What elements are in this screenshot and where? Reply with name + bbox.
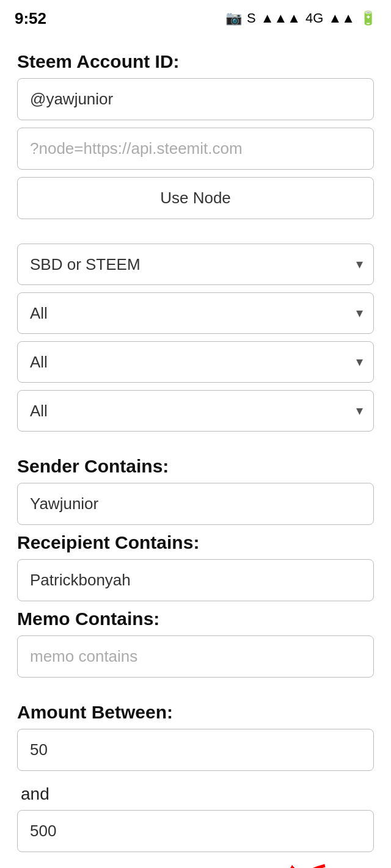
- arrow-svg: [227, 859, 337, 868]
- account-input[interactable]: [17, 78, 374, 120]
- memo-input[interactable]: [17, 635, 374, 678]
- filter3: All ▾: [17, 390, 374, 432]
- filter2: All ▾: [17, 341, 374, 383]
- use-node-button[interactable]: Use Node: [17, 177, 374, 219]
- currency-select[interactable]: SBD or STEEM SBD STEEM: [17, 244, 374, 285]
- sender-label: Sender Contains:: [17, 456, 374, 477]
- amount-max-input[interactable]: [17, 810, 374, 852]
- node-input[interactable]: [17, 128, 374, 170]
- amount-label: Amount Between:: [17, 702, 374, 723]
- account-label: Steem Account ID:: [17, 51, 374, 72]
- recipient-label: Receipient Contains:: [17, 532, 374, 553]
- wifi-icon: ▲▲: [328, 10, 355, 26]
- status-icons: 📷 S ▲▲▲ 4G ▲▲ 🔋: [225, 10, 376, 26]
- app-icon: S: [247, 10, 256, 26]
- status-bar: 9:52 📷 S ▲▲▲ 4G ▲▲ 🔋: [0, 0, 391, 37]
- network-label: 4G: [305, 10, 323, 26]
- arrow-annotation: [17, 859, 374, 868]
- memo-label: Memo Contains:: [17, 609, 374, 629]
- photo-icon: 📷: [225, 10, 242, 26]
- amount-min-input[interactable]: [17, 729, 374, 771]
- and-label: and: [21, 784, 374, 804]
- filter1-select[interactable]: All: [17, 292, 374, 334]
- currency-filter: SBD or STEEM SBD STEEM ▾: [17, 244, 374, 285]
- battery-icon: 🔋: [360, 10, 376, 26]
- filter3-select[interactable]: All: [17, 390, 374, 432]
- status-time: 9:52: [15, 9, 46, 28]
- signal-icon: ▲▲▲: [261, 10, 301, 26]
- main-content: Steem Account ID: Use Node SBD or STEEM …: [0, 37, 391, 868]
- sender-input[interactable]: [17, 483, 374, 525]
- filter1: All ▾: [17, 292, 374, 334]
- recipient-input[interactable]: [17, 559, 374, 601]
- filter2-select[interactable]: All: [17, 341, 374, 383]
